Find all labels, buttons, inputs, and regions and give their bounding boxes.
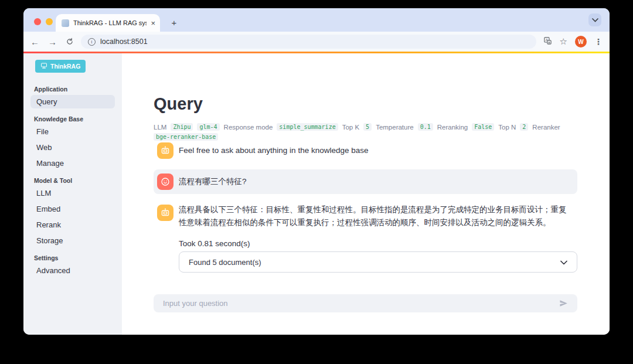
message-text: 流程有哪三个特征? (179, 175, 247, 188)
sidebar-section-knowledge-base: Knowledge Base (34, 115, 111, 123)
expander-label: Found 5 document(s) (189, 258, 261, 267)
app-content: ThinkRAG Application Query Knowledge Bas… (23, 53, 610, 335)
sidebar-item-query[interactable]: Query (30, 95, 115, 108)
message-text: Feel free to ask about anything in the k… (179, 144, 368, 157)
chat-message-assistant: 流程具备以下三个特征：目标性、重复性和过程性。目标性指的是流程是为了完成特定的业… (154, 202, 577, 230)
message-text: 流程具备以下三个特征：目标性、重复性和过程性。目标性指的是流程是为了完成特定的业… (179, 202, 573, 230)
main-panel: Query LLM Zhipu glm-4 Response mode simp… (122, 53, 610, 335)
chat-message-assistant: Feel free to ask about anything in the k… (154, 139, 577, 162)
sidebar-section-application: Application (34, 86, 111, 93)
new-tab-button[interactable]: + (168, 16, 181, 29)
caption-value: 2 (520, 123, 528, 131)
url-text[interactable]: localhost:8501 (100, 38, 148, 46)
tab-title: ThinkRAG - LLM RAG system (73, 19, 147, 26)
sidebar-item-llm[interactable]: LLM (30, 186, 115, 200)
computer-icon (40, 62, 47, 70)
tab-strip: ThinkRAG - LLM RAG system × + (23, 8, 610, 32)
browser-toolbar: ← → i localhost:8501 A ☆ W ⋮ (23, 32, 610, 52)
sidebar-section-settings: Settings (34, 254, 111, 261)
page-title: Query (154, 94, 203, 114)
address-bar[interactable]: i localhost:8501 (81, 35, 536, 49)
toolbar-actions: A ☆ W ⋮ (543, 36, 603, 47)
user-face-icon (157, 174, 173, 190)
caption-label: Top K (342, 124, 359, 131)
assistant-robot-icon (157, 205, 173, 221)
caption-label: Reranking (437, 124, 468, 131)
back-icon[interactable]: ← (30, 38, 39, 46)
found-documents-expander[interactable]: Found 5 document(s) (179, 251, 577, 273)
tab-close-icon[interactable]: × (151, 19, 155, 27)
sidebar-item-manage[interactable]: Manage (30, 157, 115, 170)
site-info-icon[interactable]: i (88, 38, 96, 46)
forward-icon[interactable]: → (48, 38, 57, 46)
sidebar-item-file[interactable]: File (30, 125, 115, 138)
sidebar: ThinkRAG Application Query Knowledge Bas… (23, 53, 122, 335)
caption-label: Response mode (224, 124, 273, 131)
sidebar-item-embed[interactable]: Embed (30, 202, 115, 216)
caption-value: Zhipu (171, 123, 193, 131)
close-window-icon[interactable] (34, 18, 41, 25)
response-time-text: Took 0.81 second(s) (179, 239, 250, 248)
caption-label: Reranker (532, 124, 560, 131)
browser-window: ThinkRAG - LLM RAG system × + ← → i loca… (23, 8, 610, 335)
translate-icon[interactable]: A (543, 36, 552, 47)
browser-tab[interactable]: ThinkRAG - LLM RAG system × (56, 14, 160, 32)
profile-avatar[interactable]: W (575, 36, 587, 47)
caption-value: simple_summarize (277, 123, 338, 131)
sidebar-item-storage[interactable]: Storage (30, 234, 115, 247)
reload-icon[interactable] (66, 38, 74, 46)
menu-dots-icon[interactable]: ⋮ (594, 37, 603, 46)
tab-search-chevron-icon[interactable] (588, 13, 601, 26)
chevron-down-icon (560, 257, 567, 267)
question-input[interactable] (163, 299, 556, 308)
sidebar-item-advanced[interactable]: Advanced (30, 264, 115, 277)
caption-value: glm-4 (197, 123, 219, 131)
sidebar-item-rerank[interactable]: Rerank (30, 218, 115, 232)
caption-value: 0.1 (418, 123, 433, 131)
thinkrag-logo-label: ThinkRAG (50, 63, 80, 70)
bookmark-star-icon[interactable]: ☆ (560, 36, 567, 47)
thinkrag-logo-badge[interactable]: ThinkRAG (35, 60, 86, 73)
sidebar-section-model-tool: Model & Tool (34, 177, 111, 184)
caption-label: LLM (154, 124, 166, 131)
chat-input-container (154, 294, 577, 312)
chat-message-user: 流程有哪三个特征? (154, 169, 577, 194)
model-settings-caption: LLM Zhipu glm-4 Response mode simple_sum… (154, 123, 587, 141)
assistant-robot-icon (157, 142, 173, 159)
caption-label: Temperature (376, 124, 414, 131)
caption-label: Top N (498, 124, 516, 131)
minimize-window-icon[interactable] (46, 18, 53, 25)
sidebar-item-web[interactable]: Web (30, 141, 115, 154)
caption-value: 5 (363, 123, 372, 131)
caption-value: False (472, 123, 494, 131)
site-favicon-icon (62, 19, 69, 27)
send-icon[interactable] (556, 297, 570, 311)
